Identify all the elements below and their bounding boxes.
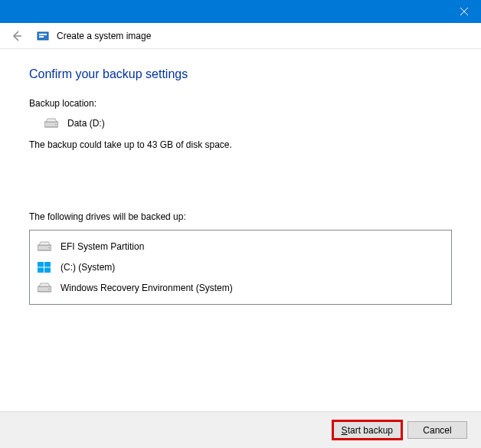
drives-list: EFI System Partition (C:) (System): [29, 230, 452, 305]
close-button[interactable]: [447, 0, 481, 23]
svg-marker-7: [46, 119, 57, 122]
svg-marker-10: [39, 242, 50, 245]
space-info-text: The backup could take up to 43 GB of dis…: [29, 139, 452, 150]
wizard-title: Create a system image: [57, 31, 151, 41]
content-area: Confirm your backup settings Backup loca…: [0, 49, 481, 305]
svg-point-11: [48, 247, 50, 249]
backup-location-drive: Data (D:): [29, 118, 452, 129]
list-item: (C:) (System): [38, 257, 443, 278]
backup-location-name: Data (D:): [67, 118, 105, 129]
backup-location-label: Backup location:: [29, 98, 452, 109]
svg-marker-17: [39, 283, 50, 286]
hard-drive-icon: [38, 241, 51, 252]
svg-rect-12: [38, 262, 44, 267]
close-icon: [460, 8, 468, 15]
drive-label: Windows Recovery Environment (System): [61, 283, 233, 293]
hard-drive-icon: [38, 283, 51, 293]
titlebar: [0, 0, 481, 23]
drive-label: (C:) (System): [61, 262, 115, 273]
svg-rect-14: [38, 268, 44, 273]
svg-point-18: [48, 289, 50, 290]
svg-rect-15: [44, 268, 51, 273]
svg-rect-13: [44, 262, 51, 267]
start-backup-button[interactable]: Start backup: [333, 421, 401, 439]
list-item: Windows Recovery Environment (System): [38, 278, 443, 298]
windows-logo-icon: [38, 261, 51, 273]
svg-point-8: [55, 124, 57, 126]
back-button[interactable]: [11, 30, 23, 42]
svg-rect-4: [39, 34, 47, 35]
drive-label: EFI System Partition: [61, 241, 144, 252]
cancel-button[interactable]: Cancel: [407, 421, 467, 439]
hard-drive-icon: [44, 118, 58, 129]
list-item: EFI System Partition: [38, 237, 443, 257]
page-title: Confirm your backup settings: [29, 67, 452, 81]
system-image-icon: [37, 30, 49, 42]
footer-bar: Start backup Cancel: [0, 411, 481, 448]
svg-rect-5: [39, 36, 44, 38]
back-arrow-icon: [11, 30, 23, 42]
drives-list-label: The following drives will be backed up:: [29, 211, 452, 222]
wizard-header: Create a system image: [0, 23, 481, 49]
